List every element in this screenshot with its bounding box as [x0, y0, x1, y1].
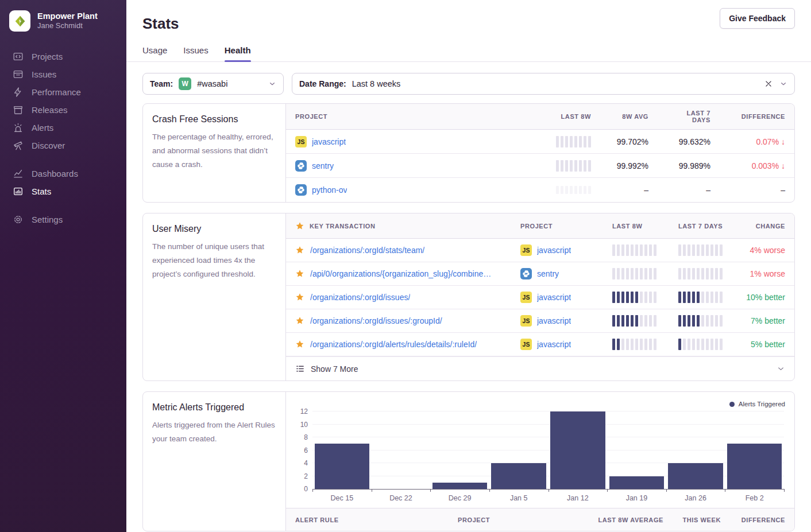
python-platform-icon [295, 160, 307, 172]
chart-bar[interactable] [550, 411, 605, 489]
sidebar-item-performance[interactable]: Performance [0, 83, 126, 101]
sidebar-item-issues[interactable]: Issues [0, 65, 126, 83]
last-8w-sparkline [612, 315, 660, 327]
last-8w-sparkline [612, 244, 660, 256]
project-link[interactable]: python-ov [312, 185, 347, 195]
difference-value: – [720, 185, 794, 195]
transaction-link[interactable]: /api/0/organizations/{organization_slug}… [310, 269, 491, 278]
project-link[interactable]: javascript [537, 246, 571, 255]
last-8w-sparkline [612, 292, 660, 303]
change-value: 1% worse [737, 269, 794, 278]
table-row: /api/0/organizations/{organization_slug}… [286, 262, 794, 286]
tab-issues[interactable]: Issues [183, 45, 208, 61]
transaction-link[interactable]: /organizations/:orgId/alerts/rules/detai… [310, 340, 477, 349]
key-transaction-star-icon[interactable] [295, 269, 304, 278]
team-value: #wasabi [197, 79, 227, 88]
transaction-link[interactable]: /organizations/:orgId/stats/team/ [310, 246, 424, 255]
team-select[interactable]: Team: W #wasabi [142, 73, 284, 95]
sidebar-item-settings[interactable]: Settings [0, 211, 126, 228]
trend-sparkline [546, 186, 591, 194]
sidebar-item-projects[interactable]: Projects [0, 48, 126, 65]
last-7d-sparkline [678, 339, 728, 350]
last-7d-sparkline [678, 244, 728, 256]
sidebar-item-alerts[interactable]: Alerts [0, 119, 126, 137]
user-misery-panel: User Misery The number of unique users t… [142, 213, 795, 381]
key-transaction-star-icon[interactable] [295, 340, 304, 349]
trend-sparkline [546, 160, 591, 172]
chart-bar[interactable] [432, 483, 487, 489]
project-link[interactable]: javascript [312, 137, 346, 146]
performance-icon [13, 87, 24, 98]
list-icon [295, 364, 305, 374]
chart-bar[interactable] [491, 463, 546, 489]
change-value: 5% better [737, 340, 794, 349]
javascript-platform-icon: JS [295, 136, 307, 147]
x-axis-label: Dec 22 [372, 494, 431, 502]
chevron-down-icon[interactable] [268, 80, 276, 88]
panel-description: The number of unique users that experien… [152, 240, 276, 281]
sidebar-item-dashboards[interactable]: Dashboards [0, 165, 126, 182]
settings-icon [13, 214, 24, 225]
sidebar-item-releases[interactable]: Releases [0, 101, 126, 119]
projects-icon [13, 51, 24, 62]
key-transaction-star-icon[interactable] [295, 246, 304, 255]
python-platform-icon [295, 184, 307, 196]
legend-dot [729, 402, 735, 407]
project-link[interactable]: sentry [537, 269, 559, 278]
empower-plant-logo [14, 15, 26, 28]
org-switcher[interactable]: Empower Plant Jane Schmidt [0, 0, 126, 37]
date-range-value: Last 8 weeks [352, 79, 401, 88]
key-transaction-star-icon[interactable] [295, 293, 304, 302]
chevron-down-icon[interactable] [779, 80, 787, 88]
sidebar-item-stats[interactable]: Stats [0, 182, 126, 200]
user-name: Jane Schmidt [37, 21, 98, 31]
chevron-down-icon[interactable] [777, 364, 785, 373]
x-axis-label: Jan 12 [549, 494, 608, 502]
project-link[interactable]: sentry [312, 161, 334, 170]
python-platform-icon [520, 268, 532, 279]
x-axis-label: Dec 29 [430, 494, 489, 502]
sidebar: Empower Plant Jane Schmidt Projects Issu… [0, 0, 126, 532]
table-row: /organizations/:orgId/alerts/rules/detai… [286, 333, 794, 356]
key-transaction-star-icon[interactable] [295, 316, 304, 325]
transaction-link[interactable]: /organizations/:orgId/issues/:groupId/ [310, 316, 442, 325]
change-value: 4% worse [737, 246, 794, 255]
show-more-button[interactable]: Show 7 More [286, 356, 794, 380]
chart-legend[interactable]: Alerts Triggered [295, 399, 785, 409]
date-range-select[interactable]: Date Range: Last 8 weeks [292, 73, 795, 95]
last-7d-sparkline [678, 292, 728, 303]
last-7d-sparkline [678, 315, 728, 327]
give-feedback-button[interactable]: Give Feedback [720, 8, 795, 29]
alerts-triggered-chart: Alerts Triggered 024681012 Dec 15Dec 22D… [286, 392, 794, 502]
table-row: /organizations/:orgId/issues/:groupId/ J… [286, 309, 794, 333]
project-link[interactable]: javascript [537, 340, 571, 349]
tab-bar: Usage Issues Health [126, 45, 811, 62]
clear-icon[interactable] [764, 80, 773, 88]
project-link[interactable]: javascript [537, 316, 571, 325]
chart-bar[interactable] [668, 463, 723, 489]
tab-usage[interactable]: Usage [142, 45, 167, 61]
tab-health[interactable]: Health [225, 45, 251, 61]
transaction-link[interactable]: /organizations/:orgId/issues/ [310, 293, 410, 302]
alerts-icon [13, 122, 24, 133]
org-avatar [9, 10, 30, 32]
chart-bar[interactable] [315, 444, 369, 489]
key-transaction-star-icon [295, 222, 304, 231]
panel-title: Crash Free Sessions [152, 114, 276, 125]
chart-bar[interactable] [609, 476, 664, 490]
date-range-label: Date Range: [299, 79, 346, 88]
dashboards-icon [13, 168, 24, 179]
panel-description: The percentage of healthy, errored, and … [152, 130, 276, 172]
last-8w-sparkline [612, 339, 660, 350]
page-title: Stats [142, 15, 795, 33]
change-value: 7% better [737, 316, 794, 325]
issues-icon [13, 69, 24, 80]
table-row: /organizations/:orgId/stats/team/ JSjava… [286, 239, 794, 262]
org-name: Empower Plant [37, 11, 98, 21]
sidebar-item-discover[interactable]: Discover [0, 137, 126, 154]
chart-bar[interactable] [727, 444, 782, 489]
table-row: sentry 99.992% 99.989% 0.003% ↓ [286, 154, 794, 178]
javascript-platform-icon: JS [520, 244, 532, 256]
project-link[interactable]: javascript [537, 293, 571, 302]
x-axis-label: Dec 15 [312, 494, 372, 502]
